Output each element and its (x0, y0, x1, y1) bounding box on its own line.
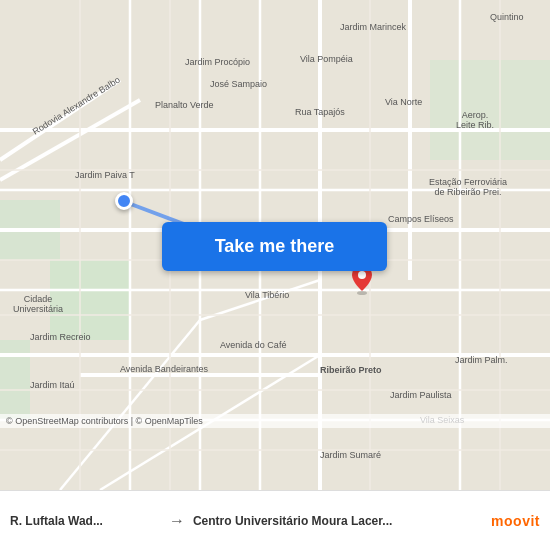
map-label-vila-tiberio: Vila Tibério (245, 290, 289, 300)
direction-arrow-icon: → (169, 512, 185, 530)
origin-marker (115, 192, 133, 210)
bottom-bar: R. Luftala Wad... → Centro Universitário… (0, 490, 550, 550)
map-label-jose-sampaio: José Sampaio (210, 79, 267, 89)
map-label-jardim-sumare: Jardim Sumaré (320, 450, 381, 460)
svg-marker-4 (0, 340, 30, 420)
map-label-cidade-univ2: Universitária (13, 304, 63, 314)
map-label-quintino: Quintino (490, 12, 524, 22)
map-label-av-cafe: Avenida do Café (220, 340, 286, 350)
map-label-campos: Campos Elíseos (388, 214, 454, 224)
map-label-vila-pompeia: Vila Pompéia (300, 54, 353, 64)
svg-marker-1 (50, 260, 130, 340)
map-label-estacao2: de Ribeirão Prei. (434, 187, 501, 197)
svg-point-32 (357, 291, 367, 295)
map-label-jardim-palm: Jardim Palm. (455, 355, 508, 365)
map-label-jardim-paulista: Jardim Paulista (390, 390, 452, 400)
map-attribution: © OpenStreetMap contributors | © OpenMap… (0, 414, 550, 428)
map-label-aerop2: Leite Rib. (456, 120, 494, 130)
map-label-rua-tapajos: Rua Tapajós (295, 107, 345, 117)
map-label-jardim-itau: Jardim Itaú (30, 380, 75, 390)
map-label-jardim-marincek: Jardim Marincek (340, 22, 407, 32)
map-label-planalto-verde: Planalto Verde (155, 100, 214, 110)
svg-marker-3 (430, 60, 550, 160)
map-label-av-bandeirantes: Avenida Bandeirantes (120, 364, 208, 374)
map-label-jardim-paiva: Jardim Paiva T (75, 170, 135, 180)
svg-point-33 (358, 271, 366, 279)
map-container: Jardim Marincek Quintino Jardim Procópio… (0, 0, 550, 490)
map-label-estacao: Estação Ferroviária (429, 177, 507, 187)
map-label-ribeirao: Ribeirão Preto (320, 365, 382, 375)
from-label: R. Luftala Wad... (10, 514, 161, 528)
map-label-jardim-recreio: Jardim Recreio (30, 332, 91, 342)
origin-info: R. Luftala Wad... (10, 514, 161, 528)
destination-info: Centro Universitário Moura Lacer... (193, 514, 465, 528)
map-label-cidade-univ: Cidade (24, 294, 53, 304)
take-me-there-button[interactable]: Take me there (162, 222, 387, 271)
map-label-via-norte: Via Norte (385, 97, 422, 107)
moovit-logo: moovit (465, 513, 540, 529)
map-label-jardim-procopio: Jardim Procópio (185, 57, 250, 67)
map-label-aerop: Aerop. (462, 110, 489, 120)
to-label: Centro Universitário Moura Lacer... (193, 514, 465, 528)
moovit-brand-text: moovit (491, 513, 540, 529)
